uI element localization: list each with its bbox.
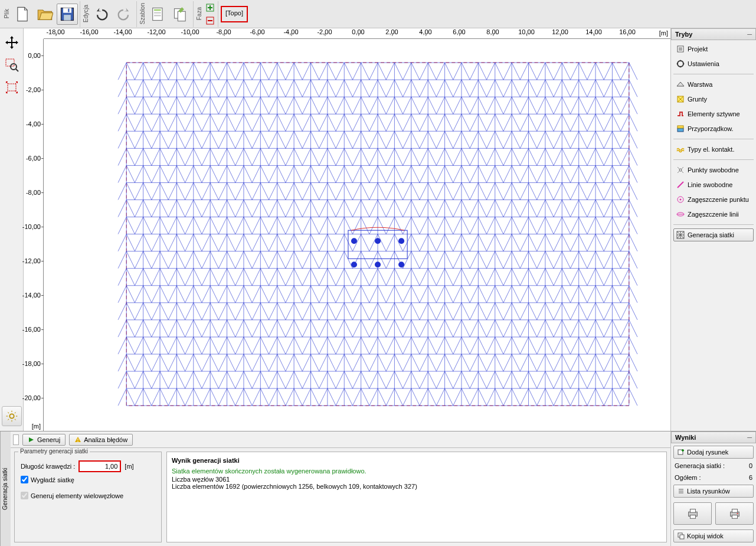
svg-point-19: [375, 238, 381, 244]
modes-panel-header: Tryby─: [671, 28, 756, 40]
edge-length-input[interactable]: [78, 460, 121, 472]
mesh-params-group: Parametry generacji siatki Długość krawę…: [14, 452, 162, 542]
results-panel-header: Wyniki─: [671, 431, 756, 443]
svg-rect-40: [732, 509, 737, 513]
template-1-button[interactable]: [148, 4, 169, 25]
mode-item[interactable]: Grunty: [673, 93, 754, 106]
svg-rect-37: [690, 509, 695, 513]
vertical-ruler: 0,00-2,00-4,00-6,00-8,00-10,00-12,00-14,…: [24, 39, 44, 431]
svg-point-20: [398, 238, 404, 244]
group-label-file: Plik: [2, 8, 11, 19]
minimize-icon[interactable]: ─: [747, 31, 752, 38]
mode-item[interactable]: Elementy sztywne: [673, 107, 754, 120]
svg-rect-9: [178, 11, 185, 21]
svg-rect-27: [678, 128, 683, 132]
phase-add-button[interactable]: [204, 2, 216, 14]
add-drawing-button[interactable]: Dodaj rysunek: [673, 446, 754, 459]
group-label-phase: Faza: [195, 6, 204, 21]
mode-item[interactable]: Linie swobodne: [673, 178, 754, 191]
svg-point-34: [77, 441, 78, 442]
generate-button[interactable]: Generuj: [22, 434, 66, 446]
mode-item[interactable]: Projekt: [673, 42, 754, 55]
mode-item[interactable]: Warstwa: [673, 78, 754, 91]
svg-rect-2: [64, 15, 71, 20]
left-toolbar: [0, 28, 24, 431]
mode-item[interactable]: Typy el. kontakt.: [673, 143, 754, 156]
modes-panel: Tryby─ ProjektUstawieniaWarstwaGruntyEle…: [670, 28, 756, 431]
canvas-area: [m]-18,00-16,00-14,00-12,00-10,00-8,00-6…: [24, 28, 670, 431]
zoom-window-tool[interactable]: [2, 55, 21, 74]
svg-point-21: [351, 261, 357, 267]
print-color-button[interactable]: [715, 502, 754, 525]
svg-rect-12: [6, 59, 14, 66]
svg-rect-44: [680, 535, 684, 539]
mode-item[interactable]: Punkty swobodne: [673, 164, 754, 176]
mesh-gen-panel: Generuj Analiza błędów Parametry generac…: [11, 431, 670, 546]
svg-point-42: [737, 513, 738, 514]
horizontal-ruler: [m]-18,00-16,00-14,00-12,00-10,00-8,00-6…: [44, 28, 670, 39]
group-label-edit: Edycja: [81, 4, 90, 24]
group-label-template: Szablon: [138, 2, 147, 25]
svg-rect-5: [154, 9, 161, 10]
save-file-button[interactable]: [57, 4, 78, 25]
edge-length-label: Długość krawędzi :: [21, 463, 75, 470]
svg-point-13: [11, 64, 17, 70]
open-file-button[interactable]: [34, 4, 55, 25]
svg-point-23: [398, 261, 404, 267]
bottom-side-label: Generacja siatki: [0, 431, 11, 546]
svg-rect-28: [678, 126, 683, 128]
mode-item[interactable]: Zagęszczenie linii: [673, 208, 754, 221]
svg-rect-38: [690, 515, 695, 519]
mode-item[interactable]: Zagęszczenie punktu: [673, 193, 754, 206]
mode-item[interactable]: Ustawienia: [673, 57, 754, 70]
svg-rect-3: [68, 8, 69, 12]
minimize-icon[interactable]: ─: [747, 434, 752, 441]
svg-point-31: [680, 199, 682, 201]
mesh-result-box: Wynik generacji siatki Siatka elementów …: [166, 452, 667, 542]
svg-point-29: [679, 169, 682, 171]
template-2-button[interactable]: [170, 4, 191, 25]
svg-rect-41: [732, 515, 737, 519]
topo-button[interactable]: [Topo]: [221, 6, 248, 22]
error-analysis-button[interactable]: Analiza błędów: [69, 434, 133, 446]
svg-point-22: [375, 261, 381, 267]
pan-tool[interactable]: [2, 33, 21, 52]
settings-button[interactable]: [2, 406, 22, 426]
mesh-drawing: [44, 39, 670, 429]
svg-rect-1: [63, 8, 71, 12]
svg-point-25: [678, 61, 683, 67]
tab-handle[interactable]: [13, 434, 19, 445]
phase-remove-button[interactable]: [204, 15, 216, 27]
mode-item[interactable]: Przyporządkow.: [673, 122, 754, 135]
svg-rect-6: [154, 12, 161, 13]
mesh-canvas[interactable]: [44, 39, 670, 431]
multinode-checkbox[interactable]: Generuj elementy wielowęzłowe: [21, 492, 155, 499]
print-bw-button[interactable]: [673, 502, 712, 525]
svg-rect-7: [154, 15, 161, 16]
svg-point-18: [351, 238, 357, 244]
copy-view-button[interactable]: Kopiuj widok: [673, 529, 754, 542]
svg-rect-14: [8, 84, 16, 91]
smooth-mesh-checkbox[interactable]: Wygładź siatkę: [21, 476, 155, 483]
zoom-extents-tool[interactable]: [2, 78, 21, 97]
new-file-button[interactable]: [12, 4, 33, 25]
undo-button[interactable]: [91, 4, 112, 25]
mode-item[interactable]: Generacja siatki: [673, 228, 754, 241]
top-toolbar: Plik Edycja Szablon Faza [Topo]: [0, 0, 756, 28]
results-panel: Wyniki─ Dodaj rysunek Generacja siatki :…: [670, 431, 756, 546]
drawing-list-button[interactable]: Lista rysunków: [673, 485, 754, 498]
svg-point-15: [9, 414, 14, 418]
redo-button[interactable]: [113, 4, 135, 25]
